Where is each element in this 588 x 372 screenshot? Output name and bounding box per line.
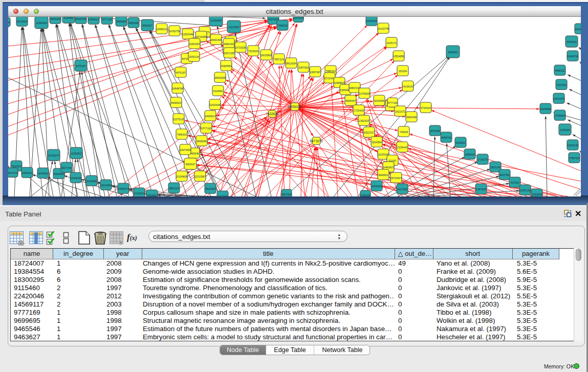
svg-text:2367608: 2367608 <box>476 188 486 191</box>
svg-text:9463627: 9463627 <box>142 24 153 27</box>
svg-text:9127508: 9127508 <box>397 188 407 191</box>
svg-text:10756928: 10756928 <box>359 92 370 95</box>
svg-text:14569117: 14569117 <box>205 115 216 118</box>
svg-text:8322037: 8322037 <box>364 131 374 134</box>
svg-text:9115460: 9115460 <box>213 90 223 93</box>
svg-text:8938923: 8938923 <box>448 51 458 54</box>
svg-text:15716485: 15716485 <box>195 35 207 38</box>
svg-text:10671355: 10671355 <box>224 52 235 55</box>
svg-text:12213967: 12213967 <box>228 26 239 29</box>
svg-text:1615172: 1615172 <box>386 41 397 45</box>
svg-text:6966160: 6966160 <box>224 42 234 46</box>
svg-text:9498222: 9498222 <box>555 69 565 72</box>
svg-text:9227343: 9227343 <box>61 166 72 169</box>
svg-text:2935134: 2935134 <box>189 55 199 58</box>
svg-text:10025438: 10025438 <box>378 153 389 156</box>
svg-text:417006: 417006 <box>511 181 519 184</box>
svg-text:16033809: 16033809 <box>260 54 272 57</box>
svg-text:8938923: 8938923 <box>171 101 181 104</box>
svg-text:9699695: 9699695 <box>116 20 126 23</box>
svg-text:10719155: 10719155 <box>235 46 246 49</box>
svg-text:16648784: 16648784 <box>172 87 183 90</box>
svg-text:18807249: 18807249 <box>349 86 360 90</box>
svg-text:1362615: 1362615 <box>359 119 369 122</box>
svg-text:6479197: 6479197 <box>176 71 186 74</box>
svg-text:7986322: 7986322 <box>325 70 336 73</box>
svg-text:9827509: 9827509 <box>281 193 292 196</box>
svg-text:2087662: 2087662 <box>298 66 309 69</box>
svg-text:20206568: 20206568 <box>540 107 551 111</box>
svg-text:10807487: 10807487 <box>310 71 321 74</box>
svg-text:8427552: 8427552 <box>499 173 510 177</box>
svg-text:8471676: 8471676 <box>8 171 18 174</box>
svg-text:10654122: 10654122 <box>21 171 33 174</box>
svg-text:9777169: 9777169 <box>201 127 211 130</box>
svg-text:12503135: 12503135 <box>567 144 578 147</box>
svg-text:1588520: 1588520 <box>465 153 475 156</box>
svg-text:2718170: 2718170 <box>477 158 488 161</box>
svg-text:9245652: 9245652 <box>38 172 48 175</box>
svg-text:8860124: 8860124 <box>169 187 179 190</box>
svg-text:10654122: 10654122 <box>288 105 302 108</box>
svg-text:7857224: 7857224 <box>274 58 284 61</box>
svg-text:8471676: 8471676 <box>310 139 323 143</box>
svg-text:10653287: 10653287 <box>189 42 200 46</box>
svg-text:746266: 746266 <box>400 130 408 134</box>
svg-text:9463627: 9463627 <box>185 163 195 166</box>
svg-text:12093837: 12093837 <box>71 152 82 155</box>
svg-text:19384554: 19384554 <box>36 21 47 25</box>
svg-text:7485003: 7485003 <box>177 133 187 136</box>
svg-text:19166827: 19166827 <box>575 28 581 31</box>
svg-text:9777169: 9777169 <box>387 101 398 104</box>
svg-text:3624554: 3624554 <box>372 141 382 144</box>
svg-text:6479197: 6479197 <box>76 64 86 68</box>
svg-text:7663822: 7663822 <box>147 194 157 197</box>
svg-text:11353594: 11353594 <box>531 193 542 196</box>
svg-text:16782759: 16782759 <box>169 30 180 33</box>
svg-text:9777169: 9777169 <box>102 18 112 21</box>
svg-text:18724007: 18724007 <box>16 20 28 23</box>
svg-text:13267130: 13267130 <box>519 189 531 192</box>
svg-text:13692971: 13692971 <box>118 187 129 190</box>
svg-text:18300295: 18300295 <box>50 17 61 20</box>
svg-text:9146821: 9146821 <box>455 141 466 144</box>
svg-text:3215958: 3215958 <box>86 180 97 183</box>
svg-text:17957225: 17957225 <box>569 157 580 160</box>
svg-text:8813054: 8813054 <box>286 62 296 65</box>
svg-text:16210643: 16210643 <box>100 184 112 187</box>
svg-text:20691406: 20691406 <box>210 38 222 41</box>
svg-text:18724007: 18724007 <box>390 177 402 180</box>
svg-text:8454749: 8454749 <box>441 136 451 139</box>
svg-text:9242848: 9242848 <box>374 99 384 102</box>
svg-text:2136443: 2136443 <box>397 146 407 149</box>
svg-text:17359926: 17359926 <box>554 114 565 117</box>
svg-text:10914479: 10914479 <box>553 97 564 100</box>
svg-text:22420046: 22420046 <box>209 103 221 106</box>
svg-text:12444159: 12444159 <box>70 177 81 180</box>
svg-text:19384554: 19384554 <box>221 64 232 68</box>
svg-text:10973493: 10973493 <box>268 18 279 21</box>
svg-text:16120746: 16120746 <box>378 27 389 30</box>
svg-text:10973493: 10973493 <box>180 148 191 151</box>
svg-text:9684067: 9684067 <box>345 99 356 102</box>
svg-text:12923448: 12923448 <box>182 33 193 36</box>
svg-text:1621072: 1621072 <box>395 110 405 113</box>
svg-text:14463627: 14463627 <box>383 166 394 169</box>
svg-text:5875685: 5875685 <box>430 129 440 133</box>
svg-text:12275125: 12275125 <box>293 17 304 19</box>
svg-text:16648784: 16648784 <box>366 19 377 23</box>
svg-text:7625402: 7625402 <box>556 83 567 86</box>
svg-text:16046768: 16046768 <box>567 55 578 58</box>
svg-text:13524856: 13524856 <box>393 55 404 58</box>
svg-text:8912954: 8912954 <box>205 187 215 190</box>
svg-text:7515526: 7515526 <box>248 50 258 53</box>
svg-text:7485003: 7485003 <box>277 24 288 27</box>
svg-text:6990448: 6990448 <box>406 116 417 119</box>
svg-text:2803144: 2803144 <box>490 166 500 169</box>
svg-text:9474444: 9474444 <box>8 21 10 24</box>
svg-text:22420046: 22420046 <box>75 17 86 20</box>
svg-text:5878352: 5878352 <box>567 40 577 43</box>
svg-text:8186328: 8186328 <box>360 194 371 197</box>
svg-text:10154808: 10154808 <box>176 175 187 178</box>
svg-text:7632621: 7632621 <box>11 165 21 168</box>
